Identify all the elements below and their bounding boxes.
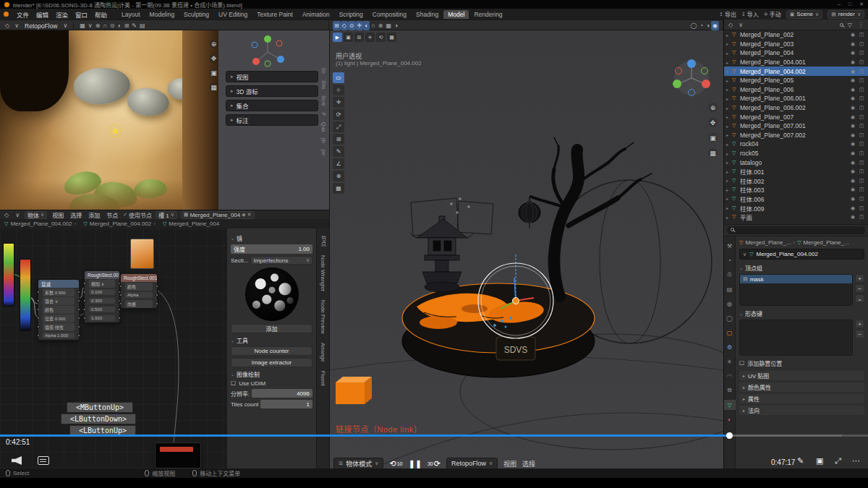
outliner-row[interactable]: ▸▽柱体.003◉◫ bbox=[724, 185, 868, 194]
outliner-row[interactable]: ▸▽Merged_Plane_004◉◫ bbox=[724, 48, 868, 58]
toolbar-center-icon-1[interactable]: ◇ bbox=[341, 21, 348, 30]
output-socket[interactable] bbox=[77, 291, 80, 294]
viewport-panel-2[interactable]: ▸集合 bbox=[226, 100, 318, 111]
pip-icon[interactable]: ▣ bbox=[816, 456, 823, 466]
maximize-button[interactable]: □ bbox=[848, 1, 851, 7]
npanel-tab-2[interactable]: Node Preview bbox=[320, 300, 326, 334]
shader-menu-1[interactable]: 选择 bbox=[69, 211, 83, 219]
viewlayer-selector[interactable]: ▤render∨ bbox=[827, 10, 864, 19]
input-socket[interactable] bbox=[37, 291, 40, 294]
expand-icon[interactable]: ▸ bbox=[726, 205, 732, 210]
workspace-tab-scripting[interactable]: Scripting bbox=[335, 10, 367, 19]
viewport-nav-icon-1[interactable]: ✥ bbox=[708, 118, 718, 127]
disable-render-icon[interactable]: ◫ bbox=[857, 77, 866, 83]
expand-icon[interactable]: ▸ bbox=[726, 51, 732, 56]
section-header[interactable]: ⌄镜 bbox=[231, 234, 312, 242]
viewport-nav-icon-0[interactable]: ⊕ bbox=[708, 103, 718, 112]
preview-nav-icon-1[interactable]: ✥ bbox=[209, 53, 218, 63]
manual-button[interactable]: ✛手动 bbox=[764, 10, 781, 18]
colorramp-strip[interactable] bbox=[3, 243, 14, 307]
input-socket[interactable] bbox=[37, 317, 40, 320]
breadcrumb-data[interactable]: Merged_Plane_... bbox=[804, 239, 849, 246]
toolbar-left-icon-1[interactable]: ∨ bbox=[87, 21, 94, 30]
preview-side-tab-0[interactable]: Gr bbox=[321, 68, 326, 74]
workspace-tab-compositing[interactable]: Compositing bbox=[368, 10, 411, 19]
preview-side-tab-6[interactable]: po bbox=[321, 150, 326, 155]
properties-tab-render[interactable]: ◔ bbox=[724, 255, 736, 265]
toolbar-center-icon-3[interactable]: ✛ bbox=[356, 21, 364, 30]
disable-render-icon[interactable]: ◫ bbox=[857, 150, 866, 156]
viewport-mini-icon-4[interactable]: ⟲ bbox=[376, 33, 386, 42]
output-socket[interactable] bbox=[77, 299, 80, 302]
disable-render-icon[interactable]: ◫ bbox=[857, 205, 866, 211]
toolbar-left-icon-7[interactable]: ✎ bbox=[130, 21, 138, 30]
disable-render-icon[interactable]: ◫ bbox=[857, 59, 866, 65]
viewport-tool-8[interactable]: ⊕ bbox=[333, 171, 344, 181]
render-preview-viewport[interactable]: ⊕✥▣▦ ▸视图▸3D 游标▸集合▸标注 GrShoScreFQuajibpo bbox=[0, 30, 329, 210]
viewport-panel-0[interactable]: ▸视图 bbox=[226, 71, 318, 82]
hide-eye-icon[interactable]: ◉ bbox=[848, 150, 857, 156]
fullscreen-icon[interactable]: ⤢ bbox=[835, 456, 841, 466]
viewport-panel-3[interactable]: ▸标注 bbox=[226, 114, 318, 126]
vertex-groups-header[interactable]: ⌄顶点组 bbox=[739, 264, 864, 272]
toolbar-left-icon-0[interactable]: ▦ bbox=[78, 21, 87, 30]
hide-eye-icon[interactable]: ◉ bbox=[848, 123, 857, 129]
toolbar-left-icon-8[interactable]: ▤ bbox=[138, 21, 147, 30]
collapsed-section-3[interactable]: ▸法向 bbox=[739, 406, 864, 415]
expand-icon[interactable]: ▸ bbox=[726, 114, 732, 119]
edit-icon[interactable]: ✎ bbox=[797, 456, 804, 466]
disable-render-icon[interactable]: ◫ bbox=[857, 141, 866, 147]
properties-tab-material[interactable]: ◐ bbox=[724, 414, 736, 424]
input-socket[interactable] bbox=[119, 294, 122, 296]
shader-breadcrumb-2[interactable]: ▽Merged_Plane_004 bbox=[163, 221, 219, 227]
input-socket[interactable] bbox=[83, 308, 86, 311]
disable-render-icon[interactable]: ◫ bbox=[857, 87, 866, 93]
outliner-row[interactable]: ▸▽柱体.001◉◫ bbox=[724, 167, 868, 176]
video-progress-handle[interactable] bbox=[726, 432, 733, 439]
strength-slider[interactable]: 强度1.00 bbox=[231, 244, 312, 254]
disable-render-icon[interactable]: ◫ bbox=[857, 114, 866, 120]
collapsed-section-2[interactable]: ▸属性 bbox=[739, 394, 864, 403]
input-socket[interactable] bbox=[83, 291, 86, 294]
datablock-name-field[interactable]: ∨ ▽ Merged_Plane_004.002 bbox=[739, 249, 864, 260]
properties-search-input[interactable] bbox=[727, 226, 865, 234]
disable-render-icon[interactable]: ◫ bbox=[857, 123, 866, 129]
editor-type-icon[interactable]: ◇ bbox=[727, 20, 734, 30]
hide-eye-icon[interactable]: ◉ bbox=[848, 178, 857, 184]
viewport-tool-7[interactable]: ∠ bbox=[333, 158, 344, 169]
close-button[interactable]: ✕ bbox=[859, 1, 864, 7]
import-button[interactable]: ↧导入 bbox=[741, 10, 759, 18]
outliner-row[interactable]: ▸▽柱体.009◉◫ bbox=[724, 203, 868, 213]
disable-render-icon[interactable]: ◫ bbox=[857, 168, 866, 174]
blender-menu-icon[interactable] bbox=[4, 12, 9, 17]
output-socket[interactable] bbox=[77, 317, 80, 320]
outliner-row[interactable]: ▸▽平面◉◫ bbox=[724, 213, 868, 222]
properties-tab-view-layer[interactable]: ▤ bbox=[724, 284, 736, 294]
shader-menu-2[interactable]: 添加 bbox=[87, 211, 101, 219]
export-button[interactable]: ↥导出 bbox=[719, 10, 736, 18]
npanel-tab-3[interactable]: Arrange bbox=[320, 343, 326, 362]
shape-keys-list[interactable] bbox=[739, 320, 853, 356]
output-socket[interactable] bbox=[118, 317, 121, 320]
hide-eye-icon[interactable]: ◉ bbox=[848, 50, 857, 56]
add-item-button[interactable]: + bbox=[855, 274, 864, 283]
use-nodes-checkbox[interactable]: ✓使用节点 bbox=[123, 211, 152, 219]
viewport-mini-icon-0[interactable]: ▶ bbox=[333, 33, 342, 42]
menubar-menu-3[interactable]: 窗口 bbox=[72, 10, 91, 19]
preview-nav-icon-0[interactable]: ⊕ bbox=[209, 39, 218, 48]
input-socket[interactable] bbox=[119, 302, 122, 305]
add-rest-position[interactable]: ☐添加静置位置 bbox=[739, 359, 864, 367]
outliner-row[interactable]: ▸▽Merged_Plane_004.002◉◫ bbox=[724, 67, 868, 76]
preview-nav-icon-2[interactable]: ▣ bbox=[209, 68, 218, 77]
output-socket[interactable] bbox=[156, 302, 158, 305]
disable-render-icon[interactable]: ◫ bbox=[857, 32, 866, 38]
expand-icon[interactable]: ▸ bbox=[726, 215, 732, 220]
menubar-menu-4[interactable]: 帮助 bbox=[91, 10, 111, 19]
filter-icon[interactable]: ▽ bbox=[846, 20, 854, 30]
outliner-row[interactable]: ▸▽Merged_Plane_003◉◫ bbox=[724, 40, 868, 49]
hide-eye-icon[interactable]: ◉ bbox=[848, 160, 857, 166]
hide-eye-icon[interactable]: ◉ bbox=[848, 87, 857, 93]
outliner-row[interactable]: ▸▽Merged_Plane_002◉◫ bbox=[724, 30, 868, 40]
hide-eye-icon[interactable]: ◉ bbox=[848, 141, 857, 147]
disable-render-icon[interactable]: ◫ bbox=[857, 105, 866, 111]
